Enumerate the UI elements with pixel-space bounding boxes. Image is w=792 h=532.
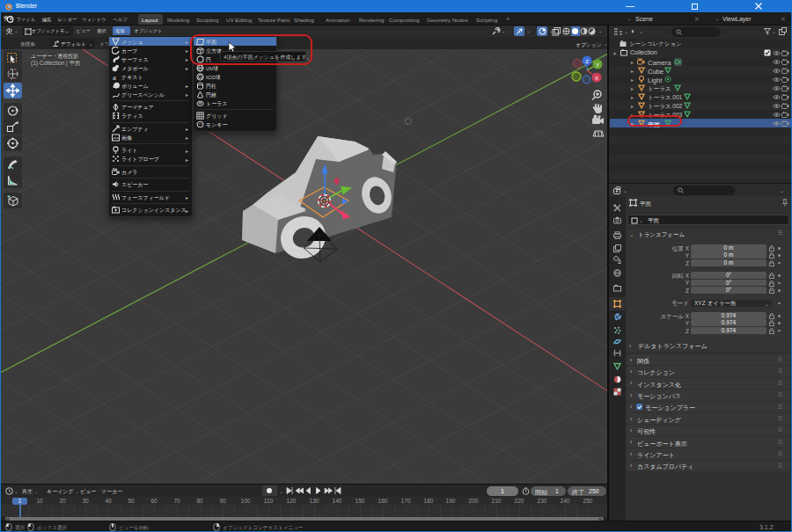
svg-text:Y: Y [596,62,599,68]
svg-text:X: X [595,76,598,81]
svg-text:Z: Z [585,59,589,64]
